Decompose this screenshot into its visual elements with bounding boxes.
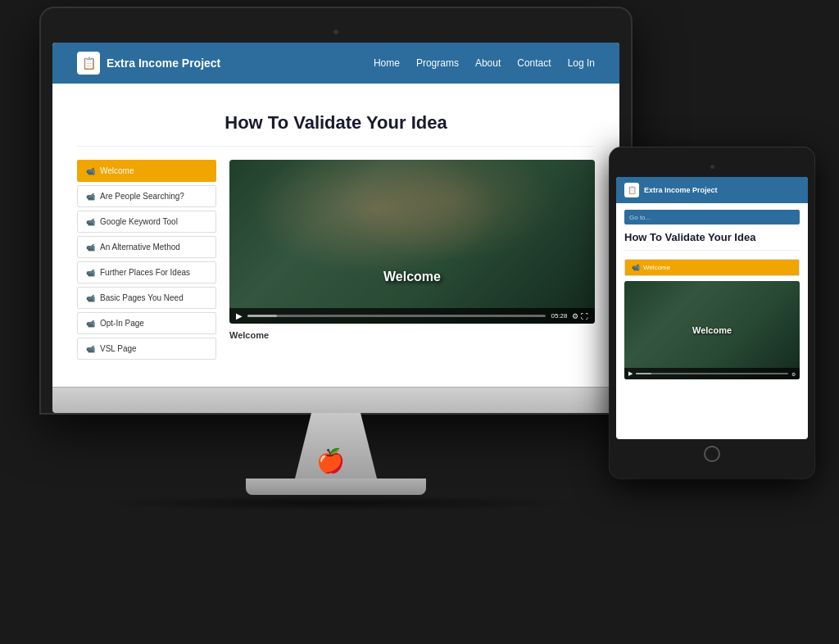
sidebar: 📹 Welcome 📹 Are People Searching? 📹 Goo — [77, 160, 216, 363]
sidebar-item-label-3: Google Keyword Tool — [100, 217, 178, 226]
tablet-home-circle-icon — [704, 446, 720, 462]
page-title: How To Validate Your Idea — [77, 100, 595, 147]
tablet-settings[interactable]: ⚙ — [791, 371, 796, 377]
tablet-video[interactable]: Welcome ▶ ⚙ — [624, 281, 800, 379]
nav-home[interactable]: Home — [374, 57, 400, 69]
progress-bar[interactable] — [247, 315, 546, 317]
nav-about[interactable]: About — [475, 57, 501, 69]
tablet-progress-bar — [636, 373, 788, 374]
tablet-progress-fill — [636, 373, 651, 374]
video-icon-3: 📹 — [86, 218, 95, 226]
sidebar-item-welcome[interactable]: 📹 Welcome — [77, 160, 216, 182]
tablet-body: Go to... How To Validate Your Idea 📹 Wel… — [616, 203, 808, 386]
imac-shadow — [90, 495, 582, 511]
sidebar-item-label-7: Opt-In Page — [100, 319, 144, 328]
imac-chin — [52, 387, 619, 413]
video-controls: ▶ 05:28 ⚙ ⛶ — [229, 308, 595, 324]
sidebar-item-basic[interactable]: 📹 Basic Pages You Need — [77, 287, 216, 309]
video-icon-5: 📹 — [86, 269, 95, 277]
tablet-active-item[interactable]: 📹 Welcome — [624, 259, 800, 276]
nav-login[interactable]: Log In — [568, 57, 595, 69]
sidebar-item-label-6: Basic Pages You Need — [100, 293, 184, 302]
site-content: 📹 Welcome 📹 Are People Searching? 📹 Goo — [77, 160, 595, 363]
tablet-camera — [710, 165, 714, 169]
tablet-outer: 📋 Extra Income Project Go to... How To V… — [610, 147, 814, 478]
video-settings-icon[interactable]: ⚙ ⛶ — [572, 312, 588, 320]
tablet-navigation: 📋 Extra Income Project — [616, 177, 808, 203]
play-button[interactable]: ▶ — [236, 311, 243, 320]
video-time: 05:28 — [551, 312, 567, 320]
video-overlay-text: Welcome — [383, 270, 441, 284]
sidebar-item-label-8: VSL Page — [100, 344, 137, 353]
sidebar-item-optin[interactable]: 📹 Opt-In Page — [77, 312, 216, 334]
imac-screen-outer: 📋 Extra Income Project Home Programs Abo… — [41, 8, 631, 413]
sidebar-item-alternative[interactable]: 📹 An Alternative Method — [77, 236, 216, 258]
nav-links: Home Programs About Contact Log In — [374, 57, 595, 69]
tablet-play-button[interactable]: ▶ — [628, 370, 633, 377]
video-background — [229, 160, 595, 324]
sidebar-item-label-5: Further Places For Ideas — [100, 268, 190, 277]
imac-camera-area — [52, 20, 619, 43]
video-description: Welcome — [229, 330, 595, 340]
imac-device: 📋 Extra Income Project Home Programs Abo… — [41, 8, 631, 511]
apple-logo-icon: 🍎 — [316, 447, 345, 474]
site-navigation: 📋 Extra Income Project Home Programs Abo… — [52, 43, 619, 84]
video-thumbnail[interactable]: Welcome ▶ 05:28 ⚙ ⛶ — [229, 160, 595, 324]
site-name: Extra Income Project — [107, 57, 220, 70]
site-logo: 📋 Extra Income Project — [77, 52, 220, 75]
imac-screen: 📋 Extra Income Project Home Programs Abo… — [52, 43, 619, 387]
tablet-screen: 📋 Extra Income Project Go to... How To V… — [616, 177, 808, 439]
video-icon-7: 📹 — [86, 320, 95, 328]
tablet-site-name: Extra Income Project — [644, 186, 718, 194]
nav-contact[interactable]: Contact — [517, 57, 551, 69]
tablet-search-placeholder: Go to... — [629, 214, 651, 221]
sidebar-item-label-2: Are People Searching? — [100, 192, 184, 201]
sidebar-item-vsl[interactable]: 📹 VSL Page — [77, 338, 216, 360]
sidebar-item-keyword[interactable]: 📹 Google Keyword Tool — [77, 211, 216, 233]
tablet-video-controls: ▶ ⚙ — [624, 368, 800, 379]
nav-programs[interactable]: Programs — [416, 57, 459, 69]
sidebar-item-further[interactable]: 📹 Further Places For Ideas — [77, 261, 216, 283]
imac-base — [246, 478, 426, 495]
progress-fill — [247, 315, 277, 317]
tablet-camera-bar — [616, 157, 808, 177]
imac-camera — [333, 29, 338, 34]
sidebar-item-searching[interactable]: 📹 Are People Searching? — [77, 185, 216, 207]
video-icon-4: 📹 — [86, 243, 95, 252]
video-area: Welcome ▶ 05:28 ⚙ ⛶ — [229, 160, 595, 363]
tablet-search-bar[interactable]: Go to... — [624, 210, 800, 224]
sidebar-item-label-4: An Alternative Method — [100, 243, 180, 252]
scene: 📋 Extra Income Project Home Programs Abo… — [0, 0, 839, 644]
website: 📋 Extra Income Project Home Programs Abo… — [52, 43, 619, 387]
tablet-item-label: Welcome — [643, 264, 670, 271]
tablet-page-title: How To Validate Your Idea — [624, 231, 800, 251]
sidebar-item-label: Welcome — [100, 166, 134, 175]
tablet-home-button[interactable] — [616, 439, 808, 469]
video-icon: 📹 — [86, 167, 95, 175]
logo-icon: 📋 — [77, 52, 100, 75]
tablet-device: 📋 Extra Income Project Go to... How To V… — [610, 147, 814, 478]
video-icon-2: 📹 — [86, 193, 95, 201]
tablet-video-label: Welcome — [692, 325, 732, 335]
site-main: How To Validate Your Idea 📹 Welcome 📹 — [52, 84, 619, 387]
video-icon-8: 📹 — [86, 345, 95, 353]
tablet-logo-icon: 📋 — [624, 183, 639, 197]
tablet-video-icon: 📹 — [632, 264, 640, 271]
video-icon-6: 📹 — [86, 294, 95, 302]
